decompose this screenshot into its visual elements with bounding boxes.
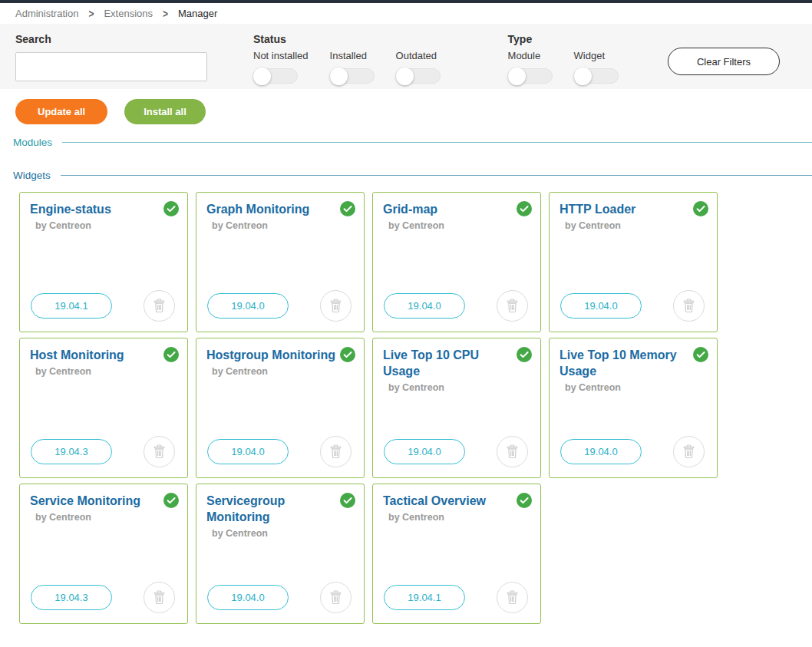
installed-check-icon bbox=[163, 201, 179, 216]
trash-icon bbox=[153, 444, 166, 459]
clear-filters-button[interactable]: Clear Filters bbox=[668, 48, 780, 75]
card-version-button[interactable]: 19.04.1 bbox=[384, 585, 465, 610]
type-toggle-widget: Widget bbox=[574, 50, 619, 84]
card-delete-button[interactable] bbox=[673, 436, 705, 467]
card-version-button[interactable]: 19.04.3 bbox=[31, 585, 112, 610]
extension-card[interactable]: HTTP Loader by Centreon 19.04.0 bbox=[549, 192, 718, 332]
trash-icon bbox=[153, 299, 166, 313]
card-author: by Centreon bbox=[388, 220, 516, 231]
extension-card[interactable]: Graph Monitoring by Centreon 19.04.0 bbox=[196, 192, 365, 332]
extension-card[interactable]: Service Monitoring by Centreon 19.04.3 bbox=[19, 484, 188, 624]
card-head: Servicegroup Monitoring by Centreon bbox=[196, 484, 364, 539]
card-footer: 19.04.0 bbox=[373, 290, 540, 332]
card-version-button[interactable]: 19.04.3 bbox=[31, 439, 112, 464]
outdated-toggle[interactable] bbox=[396, 68, 441, 84]
actions-bar: Update all Install all bbox=[0, 89, 812, 124]
card-head: Live Top 10 CPU Usage by Centreon bbox=[373, 338, 540, 393]
card-author: by Centreon bbox=[565, 382, 692, 393]
card-title: HTTP Loader bbox=[559, 201, 692, 217]
card-version-button[interactable]: 19.04.0 bbox=[207, 293, 289, 319]
card-title: Engine-status bbox=[30, 201, 163, 217]
card-version-button[interactable]: 19.04.0 bbox=[207, 439, 289, 464]
card-head: Live Top 10 Memory Usage by Centreon bbox=[550, 338, 717, 393]
extension-card[interactable]: Servicegroup Monitoring by Centreon 19.0… bbox=[196, 484, 365, 624]
card-author: by Centreon bbox=[212, 528, 339, 539]
toggle-knob bbox=[574, 68, 592, 85]
widget-toggle[interactable] bbox=[574, 68, 619, 84]
extension-card[interactable]: Hostgroup Monitoring by Centreon 19.04.0 bbox=[196, 338, 365, 478]
type-label: Type bbox=[508, 33, 619, 45]
module-toggle[interactable] bbox=[508, 68, 553, 84]
card-version-button[interactable]: 19.04.0 bbox=[560, 293, 642, 319]
card-footer: 19.04.0 bbox=[196, 290, 364, 332]
card-version-button[interactable]: 19.04.0 bbox=[384, 293, 465, 319]
extension-card[interactable]: Host Monitoring by Centreon 19.04.3 bbox=[19, 338, 188, 478]
installed-check-icon bbox=[517, 347, 532, 362]
not-installed-toggle[interactable] bbox=[253, 68, 298, 84]
card-title: Graph Monitoring bbox=[206, 201, 339, 217]
status-toggle-not-installed: Not installed bbox=[253, 50, 309, 84]
widgets-section-title: Widgets bbox=[13, 170, 51, 181]
card-delete-button[interactable] bbox=[144, 290, 175, 322]
extension-card[interactable]: Engine-status by Centreon 19.04.1 bbox=[19, 192, 188, 332]
card-delete-button[interactable] bbox=[497, 582, 528, 613]
card-author: by Centreon bbox=[35, 220, 163, 231]
toggle-knob bbox=[253, 68, 271, 85]
card-version-button[interactable]: 19.04.0 bbox=[207, 585, 289, 610]
type-filter-group: Type Module Widget bbox=[508, 33, 619, 84]
card-footer: 19.04.0 bbox=[550, 436, 717, 477]
card-head: Service Monitoring by Centreon bbox=[20, 484, 187, 523]
card-version-button[interactable]: 19.04.0 bbox=[560, 439, 642, 464]
card-delete-button[interactable] bbox=[320, 436, 352, 467]
card-title: Tactical Overview bbox=[383, 493, 516, 509]
breadcrumb: Administration > Extensions > Manager bbox=[0, 3, 812, 24]
installed-check-icon bbox=[340, 201, 355, 216]
card-footer: 19.04.0 bbox=[550, 290, 717, 332]
card-footer: 19.04.0 bbox=[196, 436, 364, 477]
widgets-grid: Engine-status by Centreon 19.04.1 Graph … bbox=[19, 192, 812, 624]
search-input[interactable] bbox=[15, 52, 207, 81]
breadcrumb-item-administration[interactable]: Administration bbox=[15, 8, 78, 19]
trash-icon bbox=[682, 299, 695, 313]
card-author: by Centreon bbox=[35, 512, 163, 523]
extension-card[interactable]: Grid-map by Centreon 19.04.0 bbox=[372, 192, 541, 332]
card-version-button[interactable]: 19.04.1 bbox=[31, 293, 112, 319]
install-all-button[interactable]: Install all bbox=[124, 99, 206, 124]
card-delete-button[interactable] bbox=[144, 582, 175, 613]
card-title: Grid-map bbox=[383, 201, 516, 217]
card-delete-button[interactable] bbox=[320, 582, 352, 613]
card-author: by Centreon bbox=[35, 366, 163, 377]
installed-toggle[interactable] bbox=[330, 68, 375, 84]
card-head: Host Monitoring by Centreon bbox=[20, 338, 187, 377]
installed-check-icon bbox=[517, 493, 532, 508]
installed-check-icon bbox=[693, 201, 708, 216]
chevron-right-icon: > bbox=[163, 7, 168, 19]
card-delete-button[interactable] bbox=[144, 436, 175, 467]
installed-check-icon bbox=[517, 201, 532, 216]
toggle-label: Not installed bbox=[253, 50, 309, 61]
card-footer: 19.04.1 bbox=[20, 290, 187, 332]
extension-card[interactable]: Live Top 10 CPU Usage by Centreon 19.04.… bbox=[372, 338, 541, 478]
trash-icon bbox=[153, 590, 166, 605]
card-delete-button[interactable] bbox=[497, 436, 528, 467]
card-delete-button[interactable] bbox=[673, 290, 705, 322]
installed-check-icon bbox=[693, 347, 708, 362]
card-author: by Centreon bbox=[388, 382, 516, 393]
installed-check-icon bbox=[340, 493, 355, 508]
toggle-label: Widget bbox=[574, 50, 619, 61]
extension-card[interactable]: Tactical Overview by Centreon 19.04.1 bbox=[372, 484, 541, 624]
breadcrumb-item-extensions[interactable]: Extensions bbox=[104, 8, 153, 19]
modules-section-header: Modules bbox=[13, 137, 812, 148]
installed-check-icon bbox=[163, 347, 179, 362]
card-version-button[interactable]: 19.04.0 bbox=[384, 439, 465, 464]
card-delete-button[interactable] bbox=[320, 290, 352, 322]
card-footer: 19.04.3 bbox=[20, 436, 187, 477]
search-label: Search bbox=[15, 33, 207, 45]
trash-icon bbox=[329, 590, 342, 605]
card-head: Tactical Overview by Centreon bbox=[373, 484, 540, 523]
card-title: Hostgroup Monitoring bbox=[206, 347, 339, 363]
extension-card[interactable]: Live Top 10 Memory Usage by Centreon 19.… bbox=[549, 338, 718, 478]
update-all-button[interactable]: Update all bbox=[15, 99, 107, 124]
card-delete-button[interactable] bbox=[497, 290, 528, 322]
type-toggle-module: Module bbox=[508, 50, 553, 84]
